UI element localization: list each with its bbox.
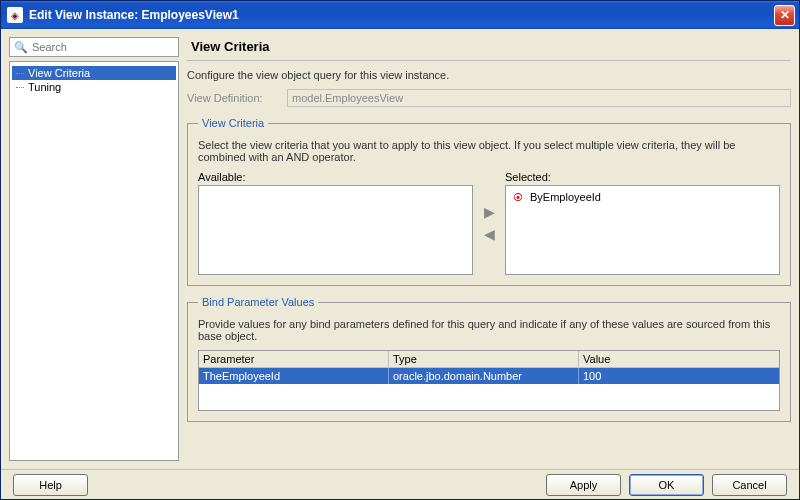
col-header-parameter[interactable]: Parameter	[199, 351, 389, 368]
bind-params-help: Provide values for any bind parameters d…	[198, 318, 780, 342]
view-criteria-help: Select the view criteria that you want t…	[198, 139, 780, 163]
nav-item-view-criteria[interactable]: View Criteria	[12, 66, 176, 80]
cell-value[interactable]: 100	[579, 368, 779, 384]
view-criteria-legend: View Criteria	[198, 117, 268, 129]
list-item[interactable]: ⦿ ByEmployeeId	[508, 188, 777, 206]
selected-label: Selected	[505, 171, 780, 183]
help-button[interactable]: Help	[13, 474, 88, 496]
available-list[interactable]	[198, 185, 473, 275]
search-field[interactable]	[32, 41, 174, 53]
ok-button[interactable]: OK	[629, 474, 704, 496]
sidebar: 🔍 View Criteria Tuning	[9, 37, 179, 461]
page-intro: Configure the view object query for this…	[187, 69, 791, 81]
window-title: Edit View Instance: EmployeesView1	[29, 8, 774, 22]
criteria-icon: ⦿	[510, 189, 526, 205]
app-icon: ◈	[7, 7, 23, 23]
available-label: Available	[198, 171, 473, 183]
cell-parameter: TheEmployeeId	[199, 368, 389, 384]
bind-params-table: Parameter Type Value TheEmployeeId oracl…	[198, 350, 780, 411]
move-right-button[interactable]: ▶	[481, 204, 497, 220]
titlebar: ◈ Edit View Instance: EmployeesView1 ✕	[1, 1, 799, 29]
main-panel: View Criteria Configure the view object …	[187, 37, 791, 461]
close-button[interactable]: ✕	[774, 5, 795, 26]
selected-list[interactable]: ⦿ ByEmployeeId	[505, 185, 780, 275]
view-criteria-group: View Criteria Select the view criteria t…	[187, 117, 791, 286]
bind-params-group: Bind Parameter Values Provide values for…	[187, 296, 791, 422]
col-header-value[interactable]: Value	[579, 351, 779, 368]
nav-item-tuning[interactable]: Tuning	[12, 80, 176, 94]
view-definition-field: model.EmployeesView	[287, 89, 791, 107]
cell-type: oracle.jbo.domain.Number	[389, 368, 579, 384]
search-icon: 🔍	[14, 41, 28, 54]
view-definition-label: View Definition:	[187, 92, 277, 104]
search-input[interactable]: 🔍	[9, 37, 179, 57]
move-left-button[interactable]: ◀	[481, 226, 497, 242]
apply-button[interactable]: Apply	[546, 474, 621, 496]
page-title: View Criteria	[187, 37, 791, 61]
bind-params-legend: Bind Parameter Values	[198, 296, 318, 308]
cancel-button[interactable]: Cancel	[712, 474, 787, 496]
dialog-footer: Help Apply OK Cancel	[1, 469, 799, 499]
list-item-label: ByEmployeeId	[530, 191, 601, 203]
table-row[interactable]: TheEmployeeId oracle.jbo.domain.Number 1…	[199, 368, 779, 384]
nav-tree: View Criteria Tuning	[9, 61, 179, 461]
col-header-type[interactable]: Type	[389, 351, 579, 368]
